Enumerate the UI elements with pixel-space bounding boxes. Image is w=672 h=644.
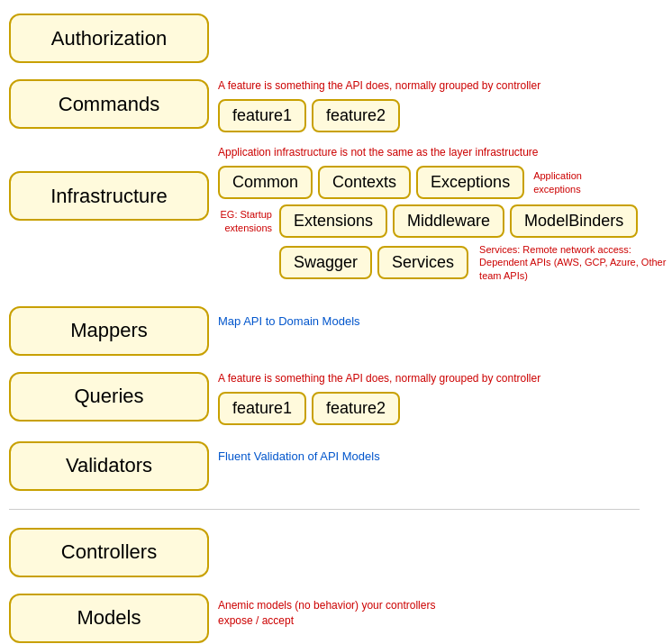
queries-feature1-label: feature1 (232, 399, 292, 418)
commands-row: Commands A feature is something the API … (0, 75, 672, 137)
queries-feature1: feature1 (218, 392, 306, 425)
validators-right: Fluent Validation of API Models (218, 437, 672, 467)
infra-extensions: Extensions (279, 204, 387, 238)
services-annotation: Services: Remote network access: Depende… (479, 243, 672, 282)
infra-row3: Swagger Services Services: Remote networ… (218, 243, 672, 282)
mappers-annotation: Map API to Domain Models (218, 314, 672, 328)
infra-services: Services (377, 246, 468, 279)
controllers-box: Controllers (9, 528, 209, 577)
mappers-label: Mappers (70, 319, 148, 342)
infrastructure-box: Infrastructure (9, 171, 209, 221)
mappers-right: Map API to Domain Models (218, 302, 672, 332)
infra-swagger: Swagger (279, 246, 372, 279)
queries-label: Queries (74, 385, 143, 408)
queries-sub-boxes: feature1 feature2 (218, 392, 672, 425)
controllers-row: Controllers (0, 523, 672, 582)
infra-row2: EG: Startup extensions Extensions Middle… (218, 204, 672, 238)
queries-row: Queries A feature is something the API d… (0, 367, 672, 430)
validators-box: Validators (9, 441, 209, 491)
commands-sub-boxes: feature1 feature2 (218, 99, 672, 132)
commands-feature1: feature1 (218, 99, 306, 132)
models-label: Models (77, 606, 141, 630)
authorization-box: Authorization (9, 14, 209, 63)
commands-feature1-label: feature1 (232, 106, 292, 125)
infra-contexts: Contexts (318, 166, 411, 199)
models-row: Models Anemic models (no behavior) your … (0, 589, 672, 644)
commands-right: A feature is something the API does, nor… (218, 75, 672, 137)
validators-annotation: Fluent Validation of API Models (218, 449, 672, 463)
validators-label: Validators (66, 454, 152, 477)
infra-exceptions: Exceptions (416, 166, 524, 199)
commands-annotation: A feature is something the API does, nor… (218, 79, 672, 92)
commands-feature2: feature2 (312, 99, 400, 132)
app-exceptions-label: Application exceptions (533, 169, 623, 195)
infra-common: Common (218, 166, 313, 199)
controllers-label: Controllers (61, 540, 157, 564)
validators-row: Validators Fluent Validation of API Mode… (0, 437, 672, 495)
infra-modelbinders: ModelBinders (510, 204, 638, 238)
mappers-row: Mappers Map API to Domain Models (0, 302, 672, 360)
infrastructure-label: Infrastructure (50, 185, 168, 208)
section-divider (9, 509, 640, 510)
commands-feature2-label: feature2 (326, 106, 386, 125)
mappers-box: Mappers (9, 306, 209, 356)
authorization-label: Authorization (51, 27, 167, 50)
models-annotation: Anemic models (no behavior) your control… (218, 598, 443, 629)
eg-annotation: EG: Startup extensions (218, 208, 272, 234)
commands-box: Commands (9, 79, 209, 129)
infrastructure-row: Infrastructure Application infrastructur… (0, 144, 672, 284)
main-container: Authorization Commands A feature is some… (0, 0, 672, 644)
infrastructure-annotation: Application infrastructure is not the sa… (218, 146, 672, 159)
queries-right: A feature is something the API does, nor… (218, 367, 672, 430)
models-right: Anemic models (no behavior) your control… (218, 589, 672, 637)
commands-label: Commands (59, 93, 159, 116)
queries-feature2-label: feature2 (326, 399, 386, 418)
infra-row1: Common Contexts Exceptions Application e… (218, 166, 672, 199)
authorization-row: Authorization (0, 9, 672, 68)
queries-annotation: A feature is something the API does, nor… (218, 372, 672, 385)
infrastructure-right: Application infrastructure is not the sa… (218, 144, 672, 284)
infra-middleware: Middleware (393, 204, 504, 238)
models-box: Models (9, 594, 209, 643)
queries-box: Queries (9, 372, 209, 422)
queries-feature2: feature2 (312, 392, 400, 425)
